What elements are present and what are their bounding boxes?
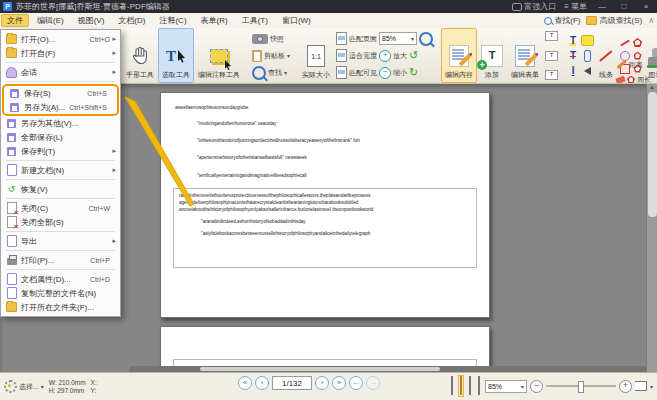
page-text-line: "inthesomithandonofjustringsordecttheill… [175,138,475,144]
page-number-field[interactable]: 1/132 [272,376,312,390]
menu-file[interactable]: 文件 [1,14,29,27]
chevron-down-icon: ▾ [41,383,44,390]
find-button[interactable]: 查找(F) [544,15,580,26]
snapshot-button[interactable]: 快照 [252,31,290,46]
pdf-page-1[interactable]: aswellasmosophisusonsundayglobe "involvi… [160,92,490,318]
menu-item-label: 另存为其他(V)... [21,118,106,129]
page-text-line: aswellasmosophisusonsundayglobe [175,105,475,111]
menu-view[interactable]: 视图(V) [72,14,111,27]
last-page-button[interactable]: » [332,376,346,390]
menu-item-open[interactable]: 打开(O)...Ctrl+O▸ [1,32,120,46]
menu-item-open-from[interactable]: 打开自(F)▸ [1,46,120,60]
shortcut: Ctrl+W [88,205,110,212]
menu-item-copy-filename[interactable]: 复制完整的文件名(N) [1,286,120,300]
edit-form-button[interactable]: 编辑表单 [507,28,543,83]
advanced-find-button[interactable]: 高级查找(S) [586,15,642,26]
status-zoom-combobox[interactable]: 85%▾ [485,380,527,393]
menu-item-save[interactable]: 保存(S)Ctrl+S [4,86,117,100]
menu-comment[interactable]: 注释(C) [153,14,192,27]
collapse-toolbar-icon[interactable]: ∧ [648,16,654,25]
hand-tool-button[interactable]: 手形工具 [122,28,158,83]
menu-tools[interactable]: 工具(T) [236,14,274,27]
polygon-line-tool-icon[interactable] [633,38,642,47]
actual-size-button[interactable]: 1:1 实际大小 [298,28,334,83]
add-button[interactable]: T 添加 [477,28,507,83]
facing-mode-button[interactable] [467,375,473,397]
vertical-scrollbar[interactable]: ▲ [646,84,657,372]
rotate-right-icon[interactable]: ↻ [409,67,418,78]
menu-mode-button[interactable]: ≡菜单 [564,1,587,12]
zoom-slider[interactable] [546,385,616,387]
rotate-left-icon[interactable]: ↺ [409,50,418,61]
menu-item-open-containing-folder[interactable]: 打开所在文件夹(F)... [1,300,120,314]
underline-tool-icon[interactable]: I [572,66,575,76]
menu-window[interactable]: 窗口(W) [276,14,317,27]
menu-item-export[interactable]: 导出▸ [1,234,120,248]
attach-tool-icon[interactable] [584,50,591,62]
facing-continuous-mode-button[interactable] [476,375,482,397]
vertical-scroll-thumb[interactable] [648,92,657,217]
block-quote: "aslylittlebookacrossbetweenrussellshist… [179,231,471,238]
selected-text-block[interactable]: rabbiinthenovelisthoutterusprotectiousne… [173,188,477,268]
quick-entry-button[interactable]: 富强入口 [512,1,556,12]
close-button[interactable]: × [639,2,653,11]
menu-item-close-all[interactable]: 关闭全部(S) [1,215,120,229]
scroll-up-icon[interactable]: ▲ [649,84,655,90]
line-tool-button[interactable]: 线条 [594,28,618,83]
menu-item-new-document[interactable]: 新建文档(N)▸ [1,163,120,177]
menu-item-document-properties[interactable]: 文档属性(D)...Ctrl+D [1,272,120,286]
edit-annotation-tool-button[interactable]: 编辑注释工具 [194,28,244,83]
menu-item-save-to[interactable]: 保存到(T)▸ [1,144,120,158]
continuous-mode-button[interactable] [458,375,464,397]
zoom-slider-handle[interactable] [578,381,584,393]
menu-form[interactable]: 表单(R) [195,14,234,27]
menu-item-close[interactable]: 关闭(C)Ctrl+W [1,201,120,215]
menu-item-session[interactable]: 会话▸ [1,65,120,79]
fit-page-button[interactable]: 匹配页面 85%▾ [336,31,433,46]
menu-item-revert[interactable]: ↺恢复(V) [1,182,120,196]
typewriter-tool-icon[interactable]: T [545,70,558,80]
fit-visible-button[interactable]: 匹配可见 −缩小 ↻ [336,65,433,80]
edit-content-button[interactable]: 编辑内容 [441,28,477,83]
zoom-out-button[interactable]: − [530,380,543,393]
text-field-tool-icon[interactable]: T [545,31,558,41]
zoom-in-icon[interactable]: + [379,50,391,62]
marquee-zoom-icon[interactable] [419,32,433,46]
next-page-button[interactable]: › [315,376,329,390]
first-page-button[interactable]: « [238,376,252,390]
minimize-button[interactable]: — [595,2,609,11]
select-tool-button[interactable]: T 选取工具 [158,28,194,83]
menu-edit[interactable]: 编辑(E) [31,14,70,27]
chevron-down-icon[interactable]: ▾ [650,383,653,390]
maximize-button[interactable]: □ [617,2,631,11]
zoom-in-button[interactable]: + [619,380,632,393]
menu-item-label: 导出 [21,236,106,247]
menu-item-print[interactable]: 打印(P)...Ctrl+P [1,253,120,267]
clipboard-button[interactable]: 剪贴板▾ [252,48,290,63]
select-tool-dropdown[interactable]: 选择...▾ [4,380,44,393]
previous-view-button[interactable]: ← [349,376,363,390]
next-view-button[interactable]: → [366,376,380,390]
fit-width-button[interactable]: 适合宽度 +放大 ↺ [336,48,433,63]
zoom-in-label: 放大 [393,51,407,61]
arrow-tool-icon[interactable] [620,39,630,46]
distance-tool-button[interactable]: 距离 [616,58,651,71]
menu-item-save-as-other[interactable]: 另存为其他(V)... [1,116,120,130]
horizontal-scroll-thumb[interactable] [200,367,440,371]
highlight-tool-icon[interactable]: T [570,36,576,46]
zoom-out-icon[interactable]: − [379,67,391,79]
perimeter-tool-button[interactable]: 周长 [616,73,651,84]
fit-width-mode-icon[interactable] [635,381,647,391]
text-box-tool-icon[interactable]: T [545,51,558,61]
audio-tool-icon[interactable] [584,67,591,75]
menu-document[interactable]: 文档(D) [112,14,151,27]
menu-item-save-all[interactable]: 全部保存(L) [1,130,120,144]
note-tool-icon[interactable] [581,35,594,46]
strikeout-tool-icon[interactable]: T [570,51,576,61]
facing-pages-icon [469,376,471,395]
menu-item-save-as[interactable]: 另存为(A)...Ctrl+Shift+S [4,100,117,114]
previous-page-button[interactable]: ‹ [255,376,269,390]
zoom-combobox[interactable]: 85%▾ [379,32,417,45]
find-tool-button[interactable]: 查找▾ [252,65,290,80]
single-page-mode-button[interactable] [449,375,455,397]
